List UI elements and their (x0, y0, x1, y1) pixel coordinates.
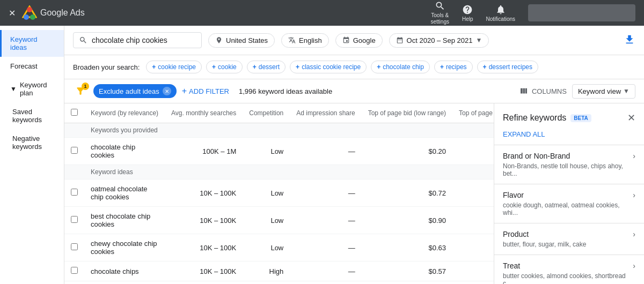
table-row: vegan cookies 10K – 100K High — $0.67 $1… (64, 281, 494, 285)
top-high-cell: $1.50 (452, 138, 494, 165)
network-filter[interactable]: Google (335, 33, 383, 48)
table-row: chewy chocolate chip cookies 10K – 100K … (64, 234, 494, 261)
filter-badge-icon[interactable]: 1 (73, 84, 88, 99)
topbar-search (528, 4, 635, 21)
table-row: oatmeal chocolate chip cookies 10K – 100… (64, 180, 494, 207)
sidebar-item-saved-keywords[interactable]: Saved keywords (0, 102, 64, 129)
sidebar: Keyword ideas Forecast ▼ Keyword plan Sa… (0, 26, 64, 284)
app-logo: Google Ads (22, 5, 85, 20)
search-input-wrap[interactable] (73, 32, 202, 48)
app-name: Google Ads (40, 8, 85, 18)
table-row: chocolate chip cookies 100K – 1M Low — $… (64, 138, 494, 165)
col-keyword: Keyword (by relevance) (84, 103, 165, 123)
network-icon (342, 36, 350, 44)
sidebar-item-forecast[interactable]: Forecast (0, 57, 64, 76)
refine-close-button[interactable]: ✕ (627, 112, 635, 124)
expand-all-button[interactable]: EXPAND ALL (494, 128, 644, 145)
col-top-high: Top of page bid (high range) (452, 103, 494, 123)
calendar-icon (396, 36, 404, 44)
ad-impression-cell: — (290, 138, 361, 165)
filter-badge: 1 (82, 83, 89, 90)
tools-settings-button[interactable]: Tools &settings (430, 1, 449, 25)
top-low-cell: $0.20 (362, 138, 452, 165)
tools-label: Tools &settings (430, 12, 449, 25)
broaden-label: Broaden your search: (73, 63, 140, 71)
competition-cell: Low (243, 138, 290, 165)
location-icon (215, 36, 223, 44)
add-filter-button[interactable]: + ADD FILTER (182, 86, 229, 96)
refine-item-product[interactable]: Product › butter, flour, sugar, milk, ca… (494, 223, 644, 255)
svg-point-3 (27, 7, 32, 12)
keyword-cell: chocolate chip cookies (84, 138, 165, 165)
toolbar-row: 1 Exclude adult ideas ✕ + ADD FILTER 1,9… (64, 79, 644, 103)
google-ads-logo-icon (22, 5, 37, 20)
columns-button[interactable]: COLUMNS (519, 86, 567, 96)
broaden-chip-5[interactable]: +recipes (434, 61, 473, 73)
row-checkbox-4[interactable] (71, 267, 78, 274)
table-row: best chocolate chip cookies 10K – 100K L… (64, 207, 494, 234)
date-label: Oct 2020 – Sep 2021 (407, 36, 473, 44)
col-ad-impression: Ad impression share (290, 103, 361, 123)
broaden-chip-3[interactable]: +classic cookie recipe (290, 61, 367, 73)
table-row: chocolate chips 10K – 100K High — $0.57 … (64, 261, 494, 281)
refine-panel: Refine keywords BETA ✕ EXPAND ALL Brand … (494, 103, 644, 284)
location-label: United States (226, 36, 268, 44)
beta-badge: BETA (570, 114, 591, 122)
broaden-row: Broaden your search: +cookie recipe +coo… (64, 55, 644, 79)
help-label: Help (462, 16, 473, 22)
refine-header: Refine keywords BETA ✕ (494, 103, 644, 128)
chevron-down-icon: › (633, 261, 635, 270)
row-checkbox-3[interactable] (71, 243, 78, 250)
svg-point-2 (24, 14, 29, 20)
refine-item-brand[interactable]: Brand or Non-Brand › Non-Brands, nestle … (494, 145, 644, 184)
row-checkbox-0[interactable] (71, 147, 78, 154)
section-header-ideas: Keyword ideas (64, 165, 494, 180)
broaden-chip-6[interactable]: +dessert recipes (477, 61, 538, 73)
sidebar-item-negative-keywords[interactable]: Negative keywords (0, 129, 64, 156)
notifications-button[interactable]: Notifications (486, 4, 515, 22)
broaden-chip-2[interactable]: +dessert (247, 61, 286, 73)
refine-item-flavor[interactable]: Flavor › cookie dough, oatmeal, oatmeal … (494, 184, 644, 223)
chevron-down-icon: › (633, 191, 635, 199)
table-with-panel: Keyword (by relevance) Avg. monthly sear… (64, 103, 644, 284)
exclude-close-icon[interactable]: ✕ (163, 87, 171, 95)
ideas-count: 1,996 keyword ideas available (239, 87, 332, 95)
broaden-chip-1[interactable]: +cookie (206, 61, 243, 73)
download-button[interactable] (624, 34, 635, 47)
search-bar-row: United States English Google Oct 2020 – … (64, 26, 644, 55)
chevron-down-icon: › (633, 152, 635, 160)
language-icon (288, 36, 296, 44)
refine-item-treat[interactable]: Treat › butter cookies, almond cookies, … (494, 255, 644, 284)
row-checkbox-1[interactable] (71, 189, 78, 196)
avg-cell: 100K – 1M (165, 138, 243, 165)
date-filter[interactable]: Oct 2020 – Sep 2021 ▼ (389, 33, 489, 48)
col-top-low: Top of page bid (low range) (362, 103, 452, 123)
search-icon (79, 36, 87, 44)
help-button[interactable]: Help (462, 4, 473, 22)
table-wrap: Keyword (by relevance) Avg. monthly sear… (64, 103, 494, 284)
svg-point-1 (30, 14, 35, 20)
refine-title: Refine keywords BETA (503, 113, 591, 123)
main-layout: Keyword ideas Forecast ▼ Keyword plan Sa… (0, 26, 644, 284)
sidebar-item-keyword-ideas[interactable]: Keyword ideas (0, 30, 64, 57)
exclude-adult-chip[interactable]: Exclude adult ideas ✕ (93, 84, 177, 98)
topbar: ✕ Google Ads Tools &settings Help Notifi… (0, 0, 644, 26)
columns-icon (519, 86, 529, 96)
col-avg-searches: Avg. monthly searches (165, 103, 243, 123)
search-input[interactable] (92, 36, 188, 44)
sidebar-item-keyword-plan[interactable]: ▼ Keyword plan (0, 76, 64, 102)
network-label: Google (353, 36, 376, 44)
date-chevron: ▼ (475, 36, 482, 44)
download-icon (624, 34, 635, 46)
language-filter[interactable]: English (281, 33, 329, 48)
keyword-view-button[interactable]: Keyword view ▼ (572, 84, 635, 99)
select-all-checkbox[interactable] (71, 109, 78, 116)
close-icon[interactable]: ✕ (9, 8, 16, 18)
keyword-table: Keyword (by relevance) Avg. monthly sear… (64, 103, 494, 284)
row-checkbox-2[interactable] (71, 216, 78, 223)
col-competition: Competition (243, 103, 290, 123)
location-filter[interactable]: United States (208, 33, 275, 48)
broaden-chip-4[interactable]: +chocolate chip (371, 61, 430, 73)
broaden-chip-0[interactable]: +cookie recipe (146, 61, 202, 73)
language-label: English (299, 36, 322, 44)
